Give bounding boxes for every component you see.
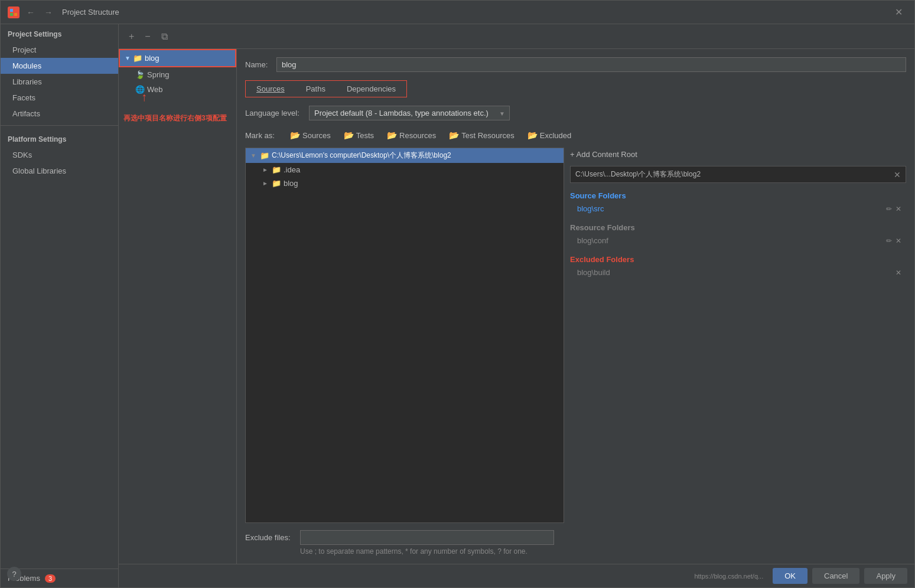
sidebar-item-global-libraries[interactable]: Global Libraries <box>1 163 118 179</box>
tab-paths[interactable]: Paths <box>295 81 336 97</box>
content-root-close-btn[interactable]: ✕ <box>894 170 901 179</box>
sidebar-item-modules[interactable]: Modules <box>1 58 118 74</box>
module-web-item[interactable]: 🌐 Web <box>119 82 236 97</box>
app-icon <box>8 6 19 18</box>
split-area: ▼ 📁 C:\Users\Lemon's computer\Desktop\个人… <box>245 148 906 523</box>
help-button[interactable]: ? <box>7 567 21 581</box>
tree-root-folder-icon: 📁 <box>260 151 269 160</box>
name-label: Name: <box>245 60 272 69</box>
resource-folder-edit-btn[interactable]: ✏ <box>886 237 892 245</box>
modules-toolbar: + − ⧉ <box>119 24 914 49</box>
excluded-folders-section: Excluded Folders blog\build ✕ <box>570 253 906 279</box>
tree-idea-item[interactable]: ► 📁 .idea <box>246 163 564 177</box>
source-folder-edit-btn[interactable]: ✏ <box>886 205 892 213</box>
source-folder-remove-btn[interactable]: ✕ <box>896 205 901 213</box>
add-module-button[interactable]: + <box>126 30 137 44</box>
tab-sources[interactable]: Sources <box>246 81 295 97</box>
file-tree-panel: ▼ 📁 C:\Users\Lemon's computer\Desktop\个人… <box>245 148 564 523</box>
mark-as-label: Mark as: <box>245 131 281 140</box>
tree-idea-arrow: ► <box>262 166 269 173</box>
source-folder-entry: blog\src ✏ ✕ <box>570 202 906 215</box>
exclude-files-input[interactable] <box>300 530 554 545</box>
source-folders-section: Source Folders blog\src ✏ ✕ <box>570 189 906 215</box>
add-content-root-btn[interactable]: + Add Content Root <box>570 148 906 161</box>
main-content: + − ⧉ 再选中项目名称进行右侧3项配置 ↑ ▼ 📁 <box>119 24 914 587</box>
window-title: Project Structure <box>62 8 890 17</box>
name-input[interactable] <box>276 57 906 72</box>
sidebar-item-project[interactable]: Project <box>1 42 118 58</box>
resource-folders-title: Resource Folders <box>570 221 906 234</box>
sidebar-item-libraries[interactable]: Libraries <box>1 74 118 90</box>
source-folders-title: Source Folders <box>570 189 906 202</box>
cancel-button[interactable]: Cancel <box>812 568 859 584</box>
tree-blog-arrow: ► <box>262 180 269 187</box>
mark-as-excluded-btn[interactable]: 📂 Excluded <box>524 129 575 142</box>
mark-as-row: Mark as: 📂 Sources 📂 Tests 📂 Resources <box>245 129 906 142</box>
content-root-path-bar: C:\Users\...Desktop\个人博客系统\blog2 ✕ <box>570 166 906 183</box>
sources-folder-icon: 📂 <box>290 130 300 140</box>
source-folder-actions: ✏ ✕ <box>886 205 901 213</box>
language-level-select[interactable]: Project default (8 - Lambdas, type annot… <box>309 106 510 120</box>
mark-as-test-resources-label: Test Resources <box>461 131 515 140</box>
forward-button[interactable]: → <box>42 6 55 18</box>
name-row: Name: <box>245 57 906 72</box>
module-spring-item[interactable]: 🍃 Spring <box>119 67 236 82</box>
tree-blog-item[interactable]: ► 📁 blog <box>246 177 564 190</box>
excluded-folder-entry: blog\build ✕ <box>570 266 906 279</box>
tree-expand-arrow: ▼ <box>125 55 131 61</box>
url-bar: https://blog.csdn.net/q... <box>694 573 763 580</box>
mark-as-test-resources-btn[interactable]: 📂 Test Resources <box>445 129 518 142</box>
module-blog-label: blog <box>145 54 159 63</box>
project-structure-window: ← → Project Structure ✕ Project Settings… <box>0 0 915 588</box>
back-button[interactable]: ← <box>24 6 37 18</box>
tab-dependencies[interactable]: Dependencies <box>336 81 406 97</box>
svg-rect-1 <box>14 9 17 12</box>
remove-module-button[interactable]: − <box>142 30 153 44</box>
tree-idea-label: .idea <box>284 165 300 174</box>
titlebar: ← → Project Structure ✕ <box>1 1 914 24</box>
svg-rect-3 <box>14 13 17 16</box>
web-label: Web <box>147 85 163 94</box>
resource-folders-section: Resource Folders blog\conf ✏ ✕ <box>570 221 906 247</box>
sidebar-item-artifacts[interactable]: Artifacts <box>1 106 118 122</box>
tree-blog-label: blog <box>284 179 298 188</box>
sidebar-item-facets[interactable]: Facets <box>1 90 118 106</box>
mark-as-tests-label: Tests <box>356 131 374 140</box>
module-tree-panel: 再选中项目名称进行右侧3项配置 ↑ ▼ 📁 blog 🍃 Spring <box>119 49 237 564</box>
mark-as-resources-btn[interactable]: 📂 Resources <box>383 129 439 142</box>
module-blog-item[interactable]: ▼ 📁 blog <box>119 49 236 67</box>
ok-button[interactable]: OK <box>773 568 807 584</box>
excluded-folder-icon: 📂 <box>527 130 538 140</box>
content-root-path-text: C:\Users\...Desktop\个人博客系统\blog2 <box>575 169 701 179</box>
right-panel: + Add Content Root C:\Users\...Desktop\个… <box>570 148 906 523</box>
tests-folder-icon: 📂 <box>344 130 354 140</box>
resources-folder-icon: 📂 <box>387 130 397 140</box>
mark-as-sources-btn[interactable]: 📂 Sources <box>286 129 334 142</box>
source-folder-path: blog\src <box>577 204 604 213</box>
excluded-folder-actions: ✕ <box>896 269 901 277</box>
problems-badge: 3 <box>45 574 56 583</box>
language-level-wrapper: Project default (8 - Lambdas, type annot… <box>309 106 510 120</box>
exclude-files-row: Exclude files: <box>245 530 906 545</box>
excluded-folders-title: Excluded Folders <box>570 253 906 266</box>
mark-as-tests-btn[interactable]: 📂 Tests <box>340 129 377 142</box>
sidebar-item-sdks[interactable]: SDKs <box>1 147 118 163</box>
copy-module-button[interactable]: ⧉ <box>158 30 171 44</box>
settings-panel: Name: Sources Paths Dependencies Langua <box>237 49 914 564</box>
mark-as-sources-label: Sources <box>302 131 331 140</box>
mark-as-resources-label: Resources <box>399 131 436 140</box>
tree-idea-folder-icon: 📁 <box>272 165 281 174</box>
tree-root-item[interactable]: ▼ 📁 C:\Users\Lemon's computer\Desktop\个人… <box>246 148 564 163</box>
exclude-files-hint: Use ; to separate name patterns, * for a… <box>300 547 906 556</box>
tree-blog-folder-icon: 📁 <box>272 179 281 188</box>
resource-folder-actions: ✏ ✕ <box>886 237 901 245</box>
apply-button[interactable]: Apply <box>864 568 907 584</box>
tabs-container: Sources Paths Dependencies <box>245 80 906 97</box>
close-button[interactable]: ✕ <box>890 4 907 20</box>
tree-root-arrow: ▼ <box>250 152 258 159</box>
tree-root-label: C:\Users\Lemon's computer\Desktop\个人博客系统… <box>272 151 451 161</box>
resource-folder-remove-btn[interactable]: ✕ <box>896 237 901 245</box>
module-folder-icon: 📁 <box>133 54 142 63</box>
excluded-folder-remove-btn[interactable]: ✕ <box>896 269 901 277</box>
excluded-folder-path: blog\build <box>577 268 610 277</box>
